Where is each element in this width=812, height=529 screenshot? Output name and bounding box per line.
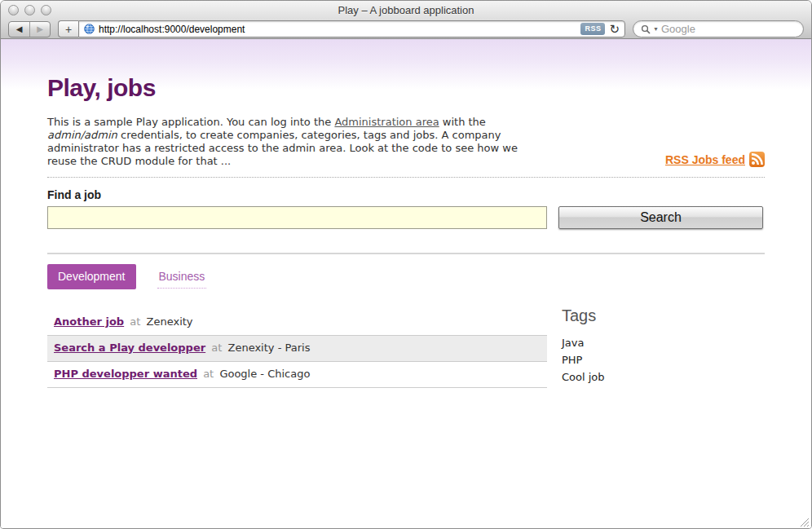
forward-icon: ▶ xyxy=(37,24,43,33)
job-company: Zenexity xyxy=(147,315,193,328)
page-viewport: Play, jobs This is a sample Play applica… xyxy=(1,39,811,529)
job-company: Zenexity - Paris xyxy=(228,342,311,354)
job-at-label: at xyxy=(203,368,214,380)
close-window-icon[interactable] xyxy=(8,5,19,15)
resize-grip-icon[interactable] xyxy=(799,517,810,527)
back-button[interactable]: ◀ xyxy=(9,22,29,37)
rss-feed-linkbox: RSS Jobs feed xyxy=(665,152,765,167)
credentials-text: admin/admin xyxy=(47,129,117,141)
administration-area-link[interactable]: Administration area xyxy=(334,116,439,128)
job-title-link[interactable]: Search a Play developper xyxy=(54,342,205,354)
address-bar-group: + http://localhost:9000/development RSS xyxy=(58,20,625,37)
reload-icon[interactable]: ↻ xyxy=(609,23,620,35)
tags-heading: Tags xyxy=(562,306,765,325)
tag-item: Java xyxy=(562,337,765,349)
job-at-label: at xyxy=(211,342,222,354)
window-title: Play – A jobboard application xyxy=(1,4,811,16)
forward-button[interactable]: ▶ xyxy=(29,22,50,37)
window-chrome: Play – A jobboard application ◀ ▶ + xyxy=(1,1,811,39)
nav-buttons: ◀ ▶ xyxy=(8,21,51,37)
jobs-list: Another job at Zenexity Search a Play de… xyxy=(47,310,547,389)
plus-icon: + xyxy=(65,23,72,36)
job-list-item: Search a Play developper at Zenexity - P… xyxy=(47,336,547,362)
browser-window: Play – A jobboard application ◀ ▶ + xyxy=(0,0,812,529)
url-field[interactable]: http://localhost:9000/development RSS ↻ xyxy=(78,20,625,37)
dotted-divider xyxy=(47,177,765,178)
intro-paragraph: This is a sample Play application. You c… xyxy=(47,116,543,168)
page-title: Play, jobs xyxy=(47,39,765,101)
job-title-link[interactable]: Another job xyxy=(54,315,124,328)
new-tab-button[interactable]: + xyxy=(58,20,78,37)
magnifier-icon xyxy=(641,24,651,34)
tab-development[interactable]: Development xyxy=(47,264,136,289)
search-engine-caret-icon: ▼ xyxy=(653,26,659,32)
rss-feed-icon[interactable] xyxy=(749,152,765,167)
tab-business[interactable]: Business xyxy=(157,264,207,289)
rss-jobs-feed-link[interactable]: RSS Jobs feed xyxy=(665,153,745,166)
traffic-lights xyxy=(8,5,51,15)
url-text: http://localhost:9000/development xyxy=(99,24,576,35)
tag-item: Cool job xyxy=(562,372,765,383)
zoom-window-icon[interactable] xyxy=(41,5,51,15)
job-list-item: Another job at Zenexity xyxy=(47,310,547,336)
section-divider xyxy=(47,253,765,254)
web-search-placeholder: Google xyxy=(661,23,695,35)
tag-item: PHP xyxy=(562,355,765,366)
web-search-field[interactable]: ▼ Google xyxy=(633,20,804,37)
globe-favicon-icon xyxy=(84,24,95,34)
rss-badge-button[interactable]: RSS xyxy=(580,23,605,35)
intro-section: This is a sample Play application. You c… xyxy=(47,116,765,168)
job-list-item: PHP developper wanted at Google - Chicag… xyxy=(47,362,547,388)
job-search-input[interactable] xyxy=(47,206,547,229)
tags-list: Java PHP Cool job xyxy=(562,337,765,383)
back-icon: ◀ xyxy=(16,24,23,33)
intro-text-1: This is a sample Play application. You c… xyxy=(47,116,334,128)
category-tabs: Development Business xyxy=(47,264,765,289)
tags-section: Tags Java PHP Cool job xyxy=(562,310,765,389)
titlebar[interactable]: Play – A jobboard application xyxy=(1,1,811,19)
job-company: Google - Chicago xyxy=(219,368,310,380)
browser-toolbar: ◀ ▶ + http://localhost:9000 xyxy=(1,19,811,39)
find-job-label: Find a job xyxy=(47,189,765,201)
intro-text-2: with the xyxy=(439,116,486,128)
job-at-label: at xyxy=(130,315,140,328)
job-search-row: Search xyxy=(47,206,765,229)
search-button[interactable]: Search xyxy=(558,206,763,229)
job-title-link[interactable]: PHP developper wanted xyxy=(54,368,197,380)
minimize-window-icon[interactable] xyxy=(24,5,35,15)
intro-text-3: credentials, to create companies, catego… xyxy=(47,129,518,167)
